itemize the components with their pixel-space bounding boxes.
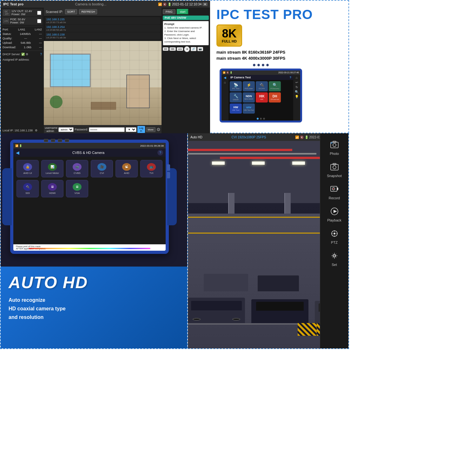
home-icon[interactable]: ⌂: [296, 76, 298, 79]
small-device-icon-1[interactable]: ⚡ POE power: [243, 81, 255, 91]
cvbs-icon-hdmi[interactable]: 🖥 HDMI: [41, 180, 63, 197]
side-btn-1[interactable]: [167, 164, 170, 171]
small-device-icon-3[interactable]: 🔍 IP Discovery: [269, 81, 281, 91]
cvbs-icon-label-0: AHD UI: [23, 172, 32, 175]
photo-btn[interactable]: Photo: [322, 136, 346, 158]
svg-point-5: [333, 166, 336, 169]
light-icon[interactable]: 💡: [295, 95, 299, 98]
refresh-button[interactable]: REFRESH: [79, 9, 97, 14]
zoom-icon[interactable]: 🔍: [295, 90, 299, 94]
ipc-branding: IPC TEST PRO 8K FULL HD main stream 8K 8…: [210, 1, 348, 133]
cvbs-icon-label-2: CVBS: [74, 172, 81, 175]
small-device-title: 📶 🔇 🔋: [223, 71, 233, 74]
ceiling-light-2: [252, 162, 265, 165]
ipc-test-ui: IPC Test pro Camera is booting... 📶 🔇 🔋 …: [1, 1, 210, 134]
cvbs-icon-label-4: AHD: [124, 172, 129, 175]
camera-section: Auto HD CVI 1920x1080P 25FPS 📶 🔇 🔋 2022-…: [188, 133, 348, 348]
small-device-icon-7[interactable]: DH DH test tool: [269, 92, 281, 102]
scan-item-0[interactable]: 192.168.3.155 c4:2f:90:73:a8:0e: [45, 17, 160, 24]
device-help-btn[interactable]: ?: [157, 150, 163, 155]
cvbs-icon-vga[interactable]: 🖥 VGA: [66, 180, 88, 197]
power-checkbox[interactable]: [37, 11, 41, 15]
small-device-icon-8[interactable]: HW HW Tool: [230, 103, 242, 114]
icon-label-7: DH test tool: [271, 98, 279, 100]
desk-decor: [91, 102, 116, 110]
sort-button[interactable]: SORT: [65, 9, 77, 14]
ptz-btn[interactable]: PTZ: [322, 225, 346, 247]
plant-decor: [50, 96, 63, 108]
login-button[interactable]: Log in: [137, 126, 145, 133]
local-ip-settings-icon[interactable]: ⚙: [35, 129, 37, 132]
port-lan2: LAN2: [35, 28, 42, 31]
auto-hd-description: Auto recognize HD coaxial camera type an…: [9, 296, 179, 322]
quality-val2: ---: [39, 37, 42, 40]
snapshot-btn[interactable]: Snapshot: [322, 159, 346, 180]
cvbs-icon-cvi[interactable]: 🎥 CVI: [91, 160, 113, 177]
cam-resolution-info: CVI 1920x1080P 25FPS: [232, 136, 266, 139]
small-device-icon-2[interactable]: 🔌 DC24V: [256, 81, 268, 91]
auto-hd-line3: and resolution: [9, 313, 179, 321]
cvbs-icon-shape-2: 📹: [73, 163, 82, 171]
connector-2: [51, 139, 55, 142]
side-btn-2[interactable]: [167, 172, 170, 178]
home-nav-icon[interactable]: ⌂: [224, 81, 226, 84]
username-select[interactable]: admin: [58, 127, 74, 132]
pipe-gray: [188, 153, 316, 155]
settings-gear-icon[interactable]: ⚙: [156, 127, 161, 132]
cam-label: Auto HD: [190, 136, 202, 139]
playback-btn[interactable]: Playback: [322, 203, 346, 225]
ptz-icon: [329, 228, 340, 239]
status-label: Status:: [3, 32, 11, 36]
username-label: username : admin: [45, 126, 57, 133]
cvbs-icon-cvbs[interactable]: 📹 CVBS: [66, 160, 88, 177]
cvbs-icon-level[interactable]: 📊 Level Meter: [41, 160, 63, 177]
start-button[interactable]: start: [177, 9, 189, 15]
device-back-btn[interactable]: ◀: [16, 150, 19, 155]
auto-hd-line1: Auto recognize: [9, 296, 179, 304]
scan-item-2[interactable]: 192.168.0.158 c4:2f:90:71:a8:3e: [45, 32, 160, 40]
small-device-icon-4[interactable]: 🔧 ONVIF: [230, 92, 242, 102]
cvbs-icon-tvi[interactable]: 📺 TVI: [140, 160, 162, 177]
password-select[interactable]: ▼: [126, 127, 136, 132]
small-device-icon-6[interactable]: HIK HIK: [256, 92, 268, 102]
cvbs-icon-ahd-ui[interactable]: 🔒 AHD UI: [17, 160, 39, 177]
scan-mac-2: c4:2f:90:71:a8:3e: [46, 36, 159, 39]
office-floor: [44, 87, 162, 125]
set-btn[interactable]: ⚙ Set: [322, 248, 346, 269]
small-device-help-icon[interactable]: ?: [290, 76, 292, 79]
cvbs-icon-sdi[interactable]: 🔌 SDI: [17, 180, 39, 197]
record-btn[interactable]: Record: [322, 181, 346, 202]
help-icon[interactable]: ?: [40, 53, 42, 56]
record-label: Record: [329, 196, 340, 200]
svg-rect-3: [331, 142, 333, 144]
close-btn[interactable]: ✕: [202, 3, 208, 6]
camera-preview: [44, 41, 162, 125]
small-device-right-handle: [301, 80, 302, 111]
svg-rect-6: [333, 163, 336, 165]
small-device-icon-9[interactable]: unv UNV Test Tool: [243, 103, 255, 114]
stream-row-1: main stream 8K 8160x3616P 24FPS: [216, 50, 285, 55]
large-device-screen: 📶 🔋 2022-03-01 09:28:38 ◀ CVBS & HD Came…: [13, 143, 166, 251]
cvbs-icon-shape-3: 🎥: [97, 163, 106, 171]
scan-item-1[interactable]: 192.168.3.254 c4:2f:88:56:a6:7e: [45, 25, 160, 32]
password-input[interactable]: [89, 127, 125, 132]
poe-row: LAN POE: 50.6V Power: 0W: [2, 17, 43, 25]
poe-checkbox[interactable]: [37, 19, 41, 23]
connector-3: [58, 139, 62, 142]
ping-button[interactable]: PING: [163, 9, 175, 14]
ipc-main: Scanned IP: SORT REFRESH 192.168.3.155 c…: [44, 8, 162, 134]
status-val: 140Mb/s: [20, 32, 31, 36]
small-device-left-handle: [220, 80, 221, 111]
back-icon[interactable]: ↩: [295, 81, 298, 84]
settings-icon[interactable]: ⚙: [26, 53, 28, 56]
icon-label-0: IPC Test: [232, 88, 240, 89]
small-device-icon-5[interactable]: NDN NDN ONVIF: [243, 92, 255, 102]
back-nav-icon[interactable]: ◀: [224, 76, 226, 79]
more-button[interactable]: More: [146, 127, 155, 132]
small-device-outer: 📶 🔇 🔋 2022-03-21 00:27:46 ◀ ⌂ IP Camer: [220, 69, 302, 122]
stream-row-2: main stream 4K 4000x3000P 30FPS: [216, 56, 285, 61]
small-device-icon-0[interactable]: 📡 IPC Test: [230, 81, 242, 91]
cvbs-icon-ahd[interactable]: 📽 AHD: [116, 160, 138, 177]
undo-icon[interactable]: ↻: [295, 85, 298, 89]
icon-label-8: HW Tool: [232, 109, 240, 111]
